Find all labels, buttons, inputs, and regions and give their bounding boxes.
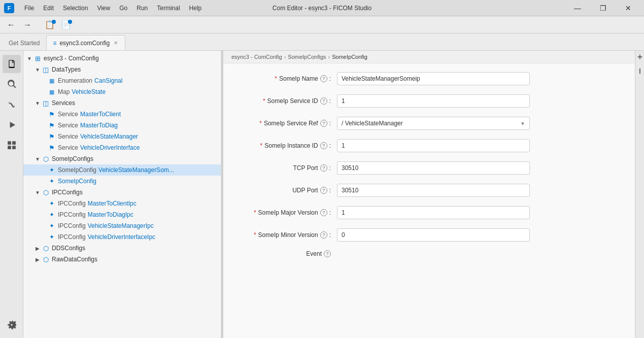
breadcrumb-someipconfigs[interactable]: SomeIpConfigs: [288, 54, 326, 60]
tree-service-mastertoclient[interactable]: ⚑ Service MasterToClient: [23, 109, 221, 120]
tree-rawdataconfigs-label: RawDataConfigs: [52, 256, 97, 263]
menu-file[interactable]: File: [20, 4, 38, 13]
help-icon-someip-service-id[interactable]: ?: [320, 97, 327, 105]
tree-root-arrow[interactable]: ▼: [25, 54, 33, 62]
tree-rawdataconfigs-arrow[interactable]: ▶: [33, 255, 42, 263]
input-tcp-port[interactable]: [337, 161, 530, 175]
input-someip-service-id[interactable]: [337, 94, 530, 108]
tree-service-icon-2: ⚑: [48, 121, 56, 129]
tree-service-vehicledriverinterface[interactable]: ⚑ Service VehicleDriverInterface: [23, 142, 221, 153]
tree-ipcconfig-1[interactable]: ✦ IPCConfig MasterToClientIpc: [23, 198, 221, 209]
tab-get-started[interactable]: Get Started: [2, 35, 46, 50]
tab-get-started-label: Get Started: [9, 40, 40, 47]
input-someip-instance-id[interactable]: [337, 139, 530, 152]
label-text-someip-major-version: SomeIp Major Version: [258, 209, 318, 216]
main-layout: ▼ ⊞ esync3 - ComConfig ▼ ◫ DataTypes ▦ E…: [0, 51, 644, 338]
forward-button[interactable]: →: [20, 19, 35, 31]
tree-map-name: VehicleState: [72, 88, 106, 95]
tree-someipconfig-1[interactable]: ✦ SomeIpConfig VehicleStateManagerSom...: [23, 164, 221, 176]
form-row-someip-name: * SomeIp Name ? :: [235, 72, 623, 86]
tree-ipcconfigs-arrow[interactable]: ▼: [33, 188, 42, 196]
tree-datatypes[interactable]: ▼ ◫ DataTypes: [23, 64, 221, 75]
label-text-someip-service-id: SomeIp Service ID: [267, 97, 318, 105]
menu-edit[interactable]: Edit: [39, 4, 58, 13]
tree-ipcconfig-name-3: VehicleStateManagerIpc: [88, 222, 154, 229]
input-udp-port[interactable]: [337, 184, 530, 197]
tree-someipconfig-2[interactable]: ✦ SomeIpConfig: [23, 176, 221, 187]
tree-services[interactable]: ▼ ◫ Services: [23, 97, 221, 109]
maximize-button[interactable]: ❐: [591, 0, 615, 16]
activity-run[interactable]: [3, 116, 21, 134]
activity-settings[interactable]: [3, 316, 21, 334]
required-star-3: *: [259, 120, 262, 127]
window-title: Com Editor - esync3 - FICOM Studio: [273, 5, 371, 12]
menu-help[interactable]: Help: [185, 4, 206, 13]
source-control-icon[interactable]: 📋: [43, 19, 57, 31]
tree-someipconfigs-label: SomeIpConfigs: [52, 155, 93, 162]
activity-search[interactable]: [3, 75, 21, 93]
tree-ipcconfigs-label: IPCConfigs: [52, 189, 83, 196]
menu-terminal[interactable]: Terminal: [153, 4, 184, 13]
tree-rawdataconfigs[interactable]: ▶ ⬡ RawDataConfigs: [23, 254, 221, 265]
help-icon-someip-instance-id[interactable]: ?: [320, 142, 327, 149]
tree-ipcconfig-type-3: IPCConfig: [58, 222, 86, 229]
help-icon-someip-major-version[interactable]: ?: [320, 209, 327, 216]
menu-view[interactable]: View: [93, 4, 114, 13]
tree-enumeration[interactable]: ▦ Enumeration CanSignal: [23, 75, 221, 86]
label-colon-7: :: [329, 209, 331, 216]
form-row-someip-minor-version: * SomeIp Minor Version ? :: [235, 228, 623, 242]
tree-ddsconfigs[interactable]: ▶ ⬡ DDSConfigs: [23, 243, 221, 254]
tree-ipcconfig-icon-2: ✦: [48, 211, 56, 219]
help-icon-event[interactable]: ?: [324, 250, 331, 257]
close-button[interactable]: ✕: [617, 0, 640, 16]
right-panel-icon-2[interactable]: [636, 67, 644, 75]
label-text-someip-service-ref: SomeIp Service Ref: [264, 120, 318, 127]
tree-ddsconfigs-icon: ⬡: [42, 244, 50, 252]
minimize-button[interactable]: —: [566, 0, 589, 16]
help-icon-udp-port[interactable]: ?: [320, 187, 327, 194]
menu-run[interactable]: Run: [132, 4, 152, 13]
form-row-someip-service-ref: * SomeIp Service Ref ? : / VehicleStateM…: [235, 116, 623, 130]
label-colon-8: :: [329, 231, 331, 239]
right-panel: [635, 51, 644, 338]
tree-ddsconfigs-arrow[interactable]: ▶: [33, 244, 42, 252]
label-someip-name: * SomeIp Name ? :: [235, 75, 337, 82]
back-button[interactable]: ←: [4, 19, 18, 31]
input-someip-minor-version[interactable]: [337, 228, 530, 242]
tree-someipconfigs[interactable]: ▼ ⬡ SomeIpConfigs: [23, 153, 221, 164]
tree-ipcconfig-2[interactable]: ✦ IPCConfig MasterToDiagIpc: [23, 209, 221, 220]
input-someip-major-version[interactable]: [337, 206, 530, 219]
config-icon[interactable]: 📄: [59, 19, 73, 31]
tree-services-arrow[interactable]: ▼: [33, 99, 42, 107]
required-star-5: *: [254, 209, 256, 216]
menu-selection[interactable]: Selection: [59, 4, 92, 13]
tree-enumeration-name: CanSignal: [94, 77, 122, 84]
help-icon-someip-name[interactable]: ?: [320, 75, 327, 82]
tree-service-vehiclestatemanager[interactable]: ⚑ Service VehicleStateManager: [23, 131, 221, 142]
activity-files[interactable]: [3, 55, 21, 73]
input-someip-name[interactable]: [337, 72, 530, 85]
tree-root[interactable]: ▼ ⊞ esync3 - ComConfig: [23, 53, 221, 64]
label-someip-major-version: * SomeIp Major Version ? :: [235, 209, 337, 216]
tree-ipcconfigs-icon: ⬡: [42, 188, 50, 196]
menu-go[interactable]: Go: [115, 4, 131, 13]
required-star-1: *: [275, 75, 277, 82]
help-icon-someip-minor-version[interactable]: ?: [320, 231, 327, 239]
select-someip-service-ref[interactable]: / VehicleStateManager ▼: [337, 117, 530, 130]
tree-datatypes-arrow[interactable]: ▼: [33, 65, 42, 74]
right-panel-icon-1[interactable]: [636, 53, 644, 61]
breadcrumb-root[interactable]: esync3 - ComConfig: [231, 54, 282, 60]
tab-esync3[interactable]: ≡ esync3.comConfig ✕: [46, 35, 125, 50]
help-icon-tcp-port[interactable]: ?: [320, 164, 327, 172]
tree-ipcconfigs[interactable]: ▼ ⬡ IPCConfigs: [23, 187, 221, 198]
tree-service-mastertodiag[interactable]: ⚑ Service MasterToDiag: [23, 120, 221, 131]
tree-map[interactable]: ▦ Map VehicleState: [23, 86, 221, 97]
tab-close-button[interactable]: ✕: [113, 39, 119, 47]
tree-someipconfigs-arrow[interactable]: ▼: [33, 155, 42, 163]
help-icon-someip-service-ref[interactable]: ?: [320, 120, 327, 127]
tree-ipcconfig-type-2: IPCConfig: [58, 211, 86, 218]
activity-source-control[interactable]: [3, 95, 21, 114]
tree-ipcconfig-4[interactable]: ✦ IPCConfig VehicleDriverInterfaceIpc: [23, 231, 221, 243]
activity-extensions[interactable]: [3, 136, 21, 154]
tree-ipcconfig-3[interactable]: ✦ IPCConfig VehicleStateManagerIpc: [23, 220, 221, 231]
